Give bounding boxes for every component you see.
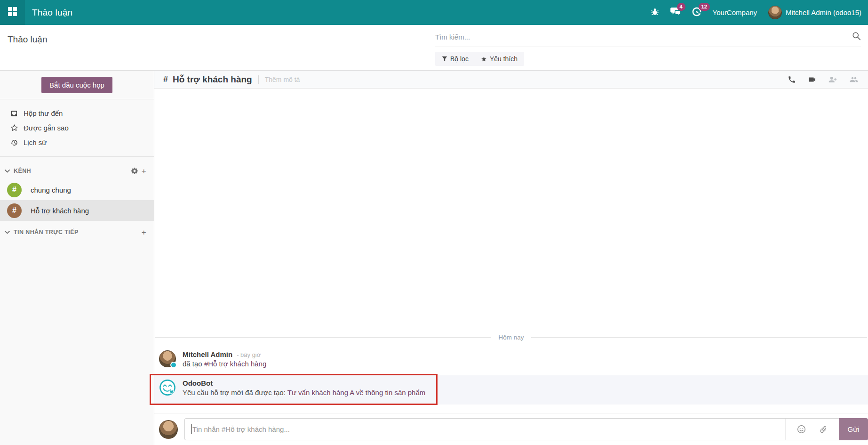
filters-button[interactable]: Bộ lọc — [442, 55, 469, 63]
channels-section-label: KÊNH — [14, 168, 31, 174]
channel-name: Hỗ trợ khách hàng — [31, 207, 89, 215]
message-row-mitchell: Mitchell Admin - bây giờ đã tạo #Hỗ trợ … — [154, 348, 868, 373]
start-meeting-button[interactable]: Bắt đầu cuộc họp — [41, 77, 112, 93]
search-icon[interactable] — [852, 32, 861, 42]
channel-avatar: # — [7, 203, 22, 218]
avatar — [159, 350, 176, 367]
breadcrumb: Thảo luận — [8, 34, 48, 45]
sidebar-item-history[interactable]: Lịch sử — [0, 135, 154, 150]
sidebar-item-label: Hộp thư đến — [24, 109, 63, 117]
date-divider: Hôm nay — [154, 334, 868, 341]
message-author[interactable]: OdooBot — [183, 379, 213, 387]
date-divider-label: Hôm nay — [498, 334, 524, 341]
video-icon[interactable] — [807, 75, 817, 84]
star-outline-icon — [10, 124, 18, 132]
favorites-label: Yêu thích — [490, 55, 518, 63]
gear-icon[interactable] — [131, 168, 138, 174]
search-area: Bộ lọc Yêu thích — [435, 32, 861, 66]
discuss-sidebar: Bắt đầu cuộc họp Hộp thư đến Được gắn sa… — [0, 71, 154, 445]
filters-label: Bộ lọc — [450, 55, 469, 63]
discuss-app: Thảo luận 4 12 YourCompany — [0, 0, 868, 445]
history-icon — [10, 139, 18, 146]
favorites-button[interactable]: Yêu thích — [481, 55, 518, 63]
add-user-icon[interactable] — [828, 75, 837, 84]
apps-menu-button[interactable] — [0, 0, 25, 25]
emoji-icon[interactable] — [797, 425, 806, 434]
message-list: Hôm nay Mitchell Admin - bây giờ — [154, 89, 868, 413]
message-row-odoobot: OdooBot Yêu cầu hỗ trợ mới đã được tạo: … — [154, 375, 868, 405]
add-channel-button[interactable]: + — [142, 167, 146, 175]
message-input-placeholder: Tin nhắn #Hỗ trợ khách hàng... — [192, 425, 290, 433]
channel-avatar: # — [7, 183, 22, 197]
mailboxes-section: Hộp thư đến Được gắn sao Lịch sử — [0, 99, 154, 157]
sidebar-item-inbox[interactable]: Hộp thư đến — [0, 106, 154, 121]
message-time: - bây giờ — [237, 351, 261, 358]
channel-item-general[interactable]: # chung chung — [0, 179, 154, 200]
message-author[interactable]: Mitchell Admin — [183, 350, 232, 358]
send-button[interactable]: Gửi — [839, 418, 868, 440]
funnel-icon — [442, 56, 447, 62]
user-name: Mitchell Admin (odoo15) — [786, 8, 861, 16]
search-input[interactable] — [435, 33, 852, 41]
inbox-icon — [10, 110, 18, 117]
thread-panel: # Hỗ trợ khách hàng Thêm mô tả — [154, 71, 868, 445]
user-menu[interactable]: Mitchell Admin (odoo15) — [768, 6, 861, 19]
channel-name: chung chung — [31, 186, 71, 194]
channels-section-header: KÊNH + — [0, 166, 154, 176]
online-status-dot — [170, 362, 177, 368]
dm-section-header: TIN NHẮN TRỰC TIẾP + — [0, 227, 154, 237]
user-avatar — [768, 6, 782, 19]
channel-item-support[interactable]: # Hỗ trợ khách hàng — [0, 200, 154, 221]
members-icon[interactable] — [849, 75, 859, 84]
debug-menu-button[interactable] — [651, 8, 659, 18]
search-facets: Bộ lọc Yêu thích — [435, 52, 524, 66]
text-cursor — [191, 424, 192, 434]
thread-title[interactable]: Hỗ trợ khách hàng — [173, 74, 252, 85]
chevron-down-icon[interactable] — [5, 170, 10, 173]
channel-mention-link[interactable]: #Hỗ trợ khách hàng — [204, 360, 266, 368]
message-composer: Tin nhắn #Hỗ trợ khách hàng... Gửi — [154, 413, 868, 445]
message-input[interactable]: Tin nhắn #Hỗ trợ khách hàng... — [184, 418, 839, 440]
control-panel: Thảo luận Bộ lọc Yê — [0, 25, 868, 71]
activities-badge: 12 — [699, 3, 710, 11]
chevron-down-icon[interactable] — [5, 231, 10, 234]
phone-icon[interactable] — [788, 75, 796, 84]
top-navbar: Thảo luận 4 12 YourCompany — [0, 0, 868, 25]
dm-section-label: TIN NHẮN TRỰC TIẾP — [14, 229, 79, 235]
company-switcher[interactable]: YourCompany — [713, 8, 757, 16]
message-text: đã tạo — [183, 360, 204, 368]
sidebar-item-starred[interactable]: Được gắn sao — [0, 121, 154, 135]
hash-icon: # — [163, 74, 168, 84]
messages-menu-button[interactable]: 4 — [670, 7, 681, 18]
record-link[interactable]: Tư vấn khách hàng A về thông tin sản phẩ… — [287, 388, 426, 396]
messages-badge: 4 — [677, 3, 685, 11]
activities-menu-button[interactable]: 12 — [692, 7, 701, 18]
paperclip-icon[interactable] — [819, 425, 828, 434]
add-dm-button[interactable]: + — [142, 228, 146, 236]
bug-icon — [651, 8, 659, 18]
apps-grid-icon — [8, 7, 17, 18]
sidebar-item-label: Lịch sử — [24, 138, 47, 146]
odoobot-avatar — [159, 379, 176, 396]
sidebar-item-label: Được gắn sao — [24, 124, 69, 132]
composer-avatar — [159, 420, 178, 439]
message-text: Yêu cầu hỗ trợ mới đã được tạo: — [183, 388, 287, 396]
channel-list: # chung chung # Hỗ trợ khách hàng — [0, 179, 154, 221]
thread-description-placeholder[interactable]: Thêm mô tả — [265, 76, 300, 83]
app-title: Thảo luận — [32, 8, 72, 18]
thread-header: # Hỗ trợ khách hàng Thêm mô tả — [154, 71, 868, 89]
header-separator — [258, 75, 259, 84]
star-icon — [481, 56, 487, 62]
